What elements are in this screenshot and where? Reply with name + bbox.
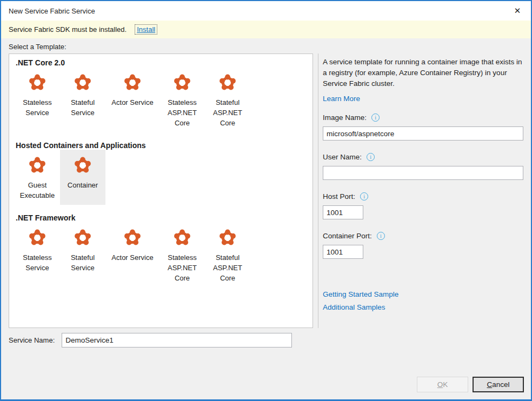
service-fabric-icon: [73, 73, 92, 92]
template-group-header: Hosted Containers and Applications: [16, 141, 310, 150]
template-tile-label: Actor Service: [111, 97, 153, 108]
learn-more-link[interactable]: Learn More: [323, 95, 360, 103]
template-tile-label: Stateless ASP.NET Core: [161, 97, 204, 128]
service-fabric-icon: [73, 228, 92, 248]
info-icon[interactable]: [360, 192, 368, 201]
sdk-notification-message: Service Fabric SDK must be installed.: [9, 25, 127, 34]
select-template-label: Select a Template:: [1, 38, 531, 54]
template-tile-label: Stateless Service: [16, 97, 59, 118]
template-tile-label: Guest Executable: [16, 180, 59, 201]
service-fabric-icon: [123, 73, 142, 92]
template-group-header: .NET Core 2.0: [16, 58, 310, 67]
image-name-label-row: Image Name:: [323, 113, 523, 122]
service-fabric-icon: [172, 73, 192, 92]
template-details-panel: A service template for running a contain…: [318, 54, 523, 328]
template-fields: Image Name:User Name:Host Port:Container…: [323, 113, 523, 259]
image-name-input[interactable]: [323, 126, 523, 141]
service-fabric-icon: [28, 228, 47, 248]
ok-button[interactable]: OK: [417, 377, 468, 392]
template-tile-actor-service[interactable]: Actor Service: [105, 222, 159, 288]
container-port-label: Container Port:: [323, 232, 372, 240]
template-group: .NET Core 2.0 Stateless Service Stateful…: [15, 58, 310, 132]
template-tile-label: Actor Service: [111, 252, 153, 263]
container-port-field: Container Port:: [323, 232, 523, 259]
template-tile-label: Stateless Service: [16, 252, 59, 273]
host-port-label-row: Host Port:: [323, 192, 523, 201]
template-group-header: .NET Framework: [16, 213, 310, 222]
cancel-button[interactable]: Cancel: [473, 377, 524, 392]
title-bar: New Service Fabric Service: [1, 1, 531, 21]
template-tile-container[interactable]: Container: [60, 150, 105, 205]
template-tile-row: Stateless Service Stateful Service Actor…: [15, 67, 310, 132]
template-tile-stateful-asp-net-core[interactable]: Stateful ASP.NET Core: [205, 222, 250, 288]
image-name-label: Image Name:: [323, 113, 367, 122]
user-name-label: User Name:: [323, 153, 362, 161]
service-fabric-icon: [123, 228, 142, 248]
service-fabric-icon: [28, 156, 47, 175]
service-name-row: Service Name:: [1, 328, 531, 347]
template-tile-stateless-service[interactable]: Stateless Service: [15, 67, 60, 132]
template-tile-label: Stateful ASP.NET Core: [206, 97, 249, 128]
info-icon[interactable]: [371, 113, 380, 122]
user-name-field: User Name:: [323, 153, 523, 180]
template-tile-label: Stateful Service: [61, 97, 104, 118]
template-listbox: .NET Core 2.0 Stateless Service Stateful…: [9, 54, 313, 328]
sample-links: Getting Started SampleAdditional Samples: [323, 290, 523, 311]
install-link[interactable]: Install: [135, 25, 157, 34]
template-tile-row: Guest Executable Container: [15, 150, 310, 205]
container-port-input[interactable]: [323, 245, 363, 259]
main-content: .NET Core 2.0 Stateless Service Stateful…: [1, 54, 531, 328]
getting-started-sample-link[interactable]: Getting Started Sample: [323, 290, 523, 298]
image-name-field: Image Name:: [323, 113, 523, 141]
user-name-label-row: User Name:: [323, 153, 523, 161]
template-tile-stateful-asp-net-core[interactable]: Stateful ASP.NET Core: [205, 67, 250, 132]
dialog-title: New Service Fabric Service: [9, 7, 95, 15]
template-tile-stateless-asp-net-core[interactable]: Stateless ASP.NET Core: [159, 67, 205, 132]
footer: OK Cancel: [1, 377, 531, 399]
new-service-fabric-service-dialog: New Service Fabric Service Service Fabri…: [0, 0, 532, 401]
template-description: A service template for running a contain…: [323, 57, 523, 89]
template-group: Hosted Containers and Applications Guest…: [15, 141, 310, 205]
service-name-label: Service Name:: [9, 336, 55, 344]
service-fabric-icon: [218, 73, 237, 92]
service-fabric-icon: [172, 228, 192, 248]
service-name-input[interactable]: [62, 333, 292, 347]
template-tile-stateful-service[interactable]: Stateful Service: [60, 222, 105, 288]
template-group: .NET Framework Stateless Service Statefu…: [15, 213, 310, 288]
template-tile-stateful-service[interactable]: Stateful Service: [60, 67, 105, 132]
service-fabric-icon: [218, 228, 237, 248]
info-icon[interactable]: [377, 232, 385, 240]
template-tile-guest-executable[interactable]: Guest Executable: [15, 150, 60, 205]
user-name-input[interactable]: [323, 166, 523, 180]
host-port-field: Host Port:: [323, 192, 523, 219]
close-icon[interactable]: [508, 3, 527, 18]
host-port-label: Host Port:: [323, 192, 355, 201]
service-fabric-icon: [73, 156, 92, 175]
sdk-notification-bar: Service Fabric SDK must be installed. In…: [1, 21, 531, 38]
service-fabric-icon: [28, 73, 47, 92]
template-tile-label: Container: [68, 180, 98, 190]
template-tile-label: Stateless ASP.NET Core: [161, 252, 204, 283]
additional-samples-link[interactable]: Additional Samples: [323, 303, 523, 311]
template-tile-stateless-asp-net-core[interactable]: Stateless ASP.NET Core: [159, 222, 205, 288]
host-port-input[interactable]: [323, 205, 363, 219]
template-tile-label: Stateful Service: [61, 252, 104, 273]
template-tile-actor-service[interactable]: Actor Service: [105, 67, 159, 132]
template-tile-label: Stateful ASP.NET Core: [206, 252, 249, 283]
template-tile-row: Stateless Service Stateful Service Actor…: [15, 222, 310, 288]
template-tile-stateless-service[interactable]: Stateless Service: [15, 222, 60, 288]
info-icon[interactable]: [367, 153, 375, 161]
container-port-label-row: Container Port:: [323, 232, 523, 240]
